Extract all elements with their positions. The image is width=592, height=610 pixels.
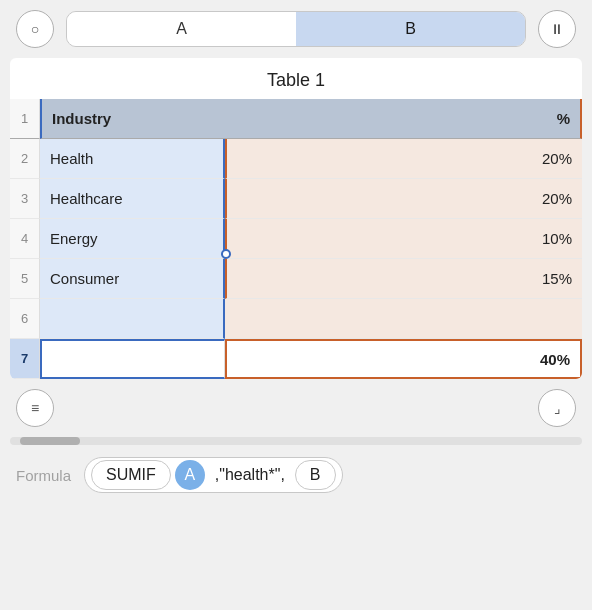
table-row: 4 Energy 10% [10,219,582,259]
row-num-5: 5 [10,259,40,299]
minus-icon: ≡ [31,400,39,416]
spreadsheet-area: Table 1 1 Industry % 2 Health 20% 3 [10,58,582,379]
row-num-6: 6 [10,299,40,339]
row-num-3: 3 [10,179,40,219]
formula-label: Formula [16,467,76,484]
col-tab-b[interactable]: B [296,12,525,46]
row-num-7: 7 [10,339,40,379]
cell-b-6[interactable] [225,299,582,339]
cell-a-6[interactable] [40,299,225,339]
row-num-1: 1 [10,99,40,139]
cell-b-5[interactable]: 15% [225,259,582,299]
pause-icon: ⏸ [550,21,564,37]
cell-a-4[interactable]: Energy [40,219,225,259]
cell-b-4[interactable]: 10% [225,219,582,259]
minus-button[interactable]: ≡ [16,389,54,427]
table-row: 6 [10,299,582,339]
cell-a-5[interactable]: Consumer [40,259,225,299]
formula-criteria: ,"health*", [209,461,291,489]
formula-col-a: A [175,460,205,490]
cell-b-7[interactable]: 40% [225,339,582,379]
table-row: 2 Health 20% [10,139,582,179]
formula-col-b: B [295,460,336,490]
cell-a-2[interactable]: Health [40,139,225,179]
row-num-4: 4 [10,219,40,259]
corner-button[interactable]: ⌟ [538,389,576,427]
header-cell-percent[interactable]: % [225,99,582,139]
table-row: 3 Healthcare 20% [10,179,582,219]
formula-sumif: SUMIF [91,460,171,490]
pause-button[interactable]: ⏸ [538,10,576,48]
cell-b-3[interactable]: 20% [225,179,582,219]
table-row: 5 Consumer 15% [10,259,582,299]
corner-icon: ⌟ [554,400,561,416]
header-row: 1 Industry % [10,99,582,139]
circle-icon: ○ [31,21,39,37]
column-tabs: A B [66,11,526,47]
horizontal-scrollbar[interactable] [10,437,582,445]
scrollbar-thumb[interactable] [20,437,80,445]
table-title: Table 1 [10,58,582,99]
row-num-2: 2 [10,139,40,179]
top-toolbar: ○ A B ⏸ [0,0,592,58]
circle-button[interactable]: ○ [16,10,54,48]
sheet-grid: 1 Industry % 2 Health 20% 3 Healthcare [10,99,582,379]
total-row: 7 40% [10,339,582,379]
formula-bar: Formula SUMIF A ,"health*", B [0,445,592,505]
cell-b-2[interactable]: 20% [225,139,582,179]
bottom-toolbar: ≡ ⌟ [0,379,592,437]
formula-expression: SUMIF A ,"health*", B [84,457,343,493]
header-cell-industry[interactable]: Industry [40,99,225,139]
selection-handle [221,249,231,259]
cell-a-3[interactable]: Healthcare [40,179,225,219]
cell-a-7[interactable] [40,339,225,379]
col-tab-a[interactable]: A [67,12,296,46]
